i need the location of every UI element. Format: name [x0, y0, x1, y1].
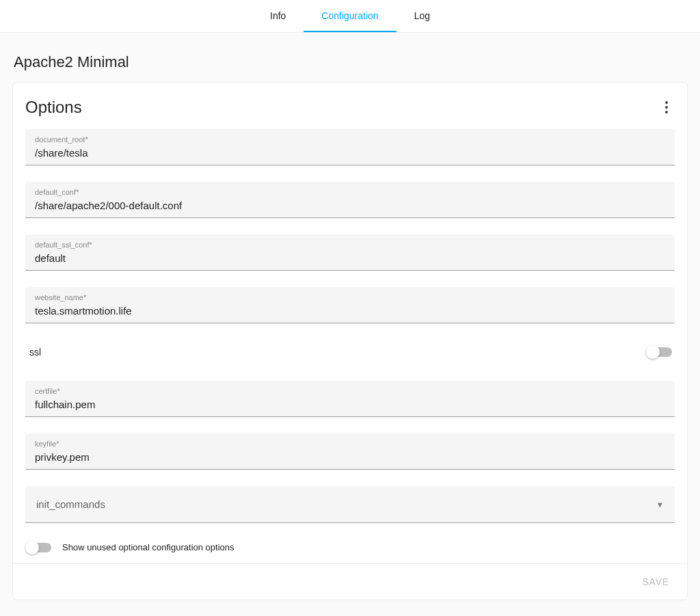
- default-ssl-conf-input[interactable]: [35, 251, 665, 266]
- card-title: Options: [25, 98, 82, 117]
- tab-configuration[interactable]: Configuration: [304, 0, 396, 32]
- field-certfile[interactable]: certfile*: [25, 381, 675, 417]
- page-body: Apache2 Minimal Options document_root* d…: [0, 33, 700, 616]
- field-keyfile[interactable]: keyfile*: [25, 433, 675, 470]
- website-name-input[interactable]: [35, 304, 665, 319]
- options-card: Options document_root* default_conf* def…: [12, 82, 688, 600]
- field-label: document_root*: [35, 135, 665, 144]
- card-header: Options: [25, 94, 675, 129]
- svg-point-0: [665, 101, 668, 104]
- keyfile-input[interactable]: [35, 450, 665, 465]
- field-default-ssl-conf[interactable]: default_ssl_conf*: [25, 235, 675, 271]
- field-website-name[interactable]: website_name*: [25, 287, 675, 323]
- field-label: default_conf*: [35, 187, 665, 197]
- tab-log[interactable]: Log: [396, 0, 448, 32]
- ssl-label: ssl: [29, 347, 41, 358]
- show-unused-label: Show unused optional configuration optio…: [62, 542, 234, 552]
- document-root-input[interactable]: [35, 146, 665, 161]
- show-unused-row: Show unused optional configuration optio…: [25, 539, 675, 563]
- field-label: keyfile*: [35, 439, 665, 448]
- field-label: certfile*: [35, 386, 665, 396]
- toggle-knob: [646, 345, 660, 359]
- show-unused-toggle[interactable]: [27, 543, 51, 552]
- field-default-conf[interactable]: default_conf*: [25, 182, 675, 218]
- svg-point-2: [665, 111, 668, 113]
- field-label: default_ssl_conf*: [35, 240, 665, 250]
- toggle-knob: [25, 541, 39, 554]
- tabs-bar: Info Configuration Log: [0, 0, 700, 33]
- options-menu-button[interactable]: [658, 94, 675, 121]
- page-title: Apache2 Minimal: [14, 53, 688, 71]
- card-actions: SAVE: [13, 563, 687, 600]
- default-conf-input[interactable]: [35, 198, 665, 213]
- tab-info[interactable]: Info: [252, 0, 304, 32]
- field-label: website_name*: [35, 293, 665, 302]
- chevron-down-icon: ▼: [656, 500, 664, 509]
- svg-point-1: [665, 106, 668, 109]
- kebab-icon: [665, 101, 668, 113]
- field-init-commands[interactable]: init_commands ▼: [25, 486, 675, 523]
- field-document-root[interactable]: document_root*: [25, 129, 675, 165]
- ssl-toggle[interactable]: [647, 347, 672, 357]
- init-commands-label: init_commands: [36, 498, 105, 510]
- certfile-input[interactable]: [35, 397, 665, 412]
- save-button[interactable]: SAVE: [639, 572, 672, 591]
- ssl-row: ssl: [25, 340, 675, 364]
